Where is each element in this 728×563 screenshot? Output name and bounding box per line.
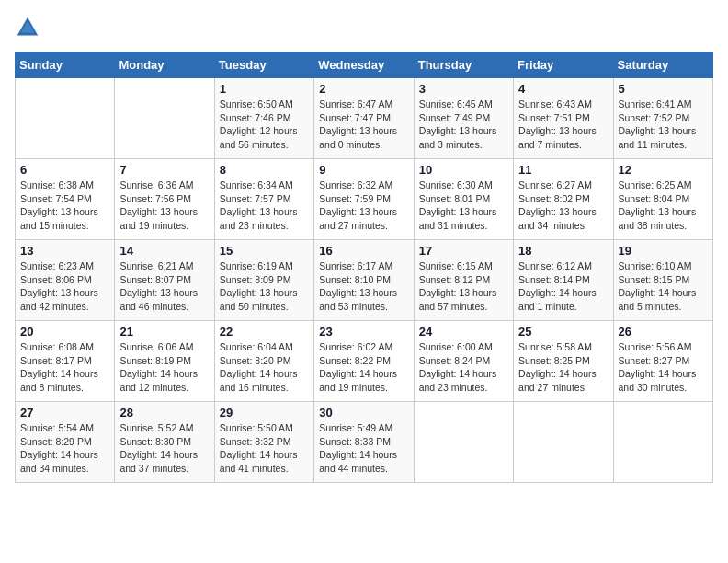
day-number: 21 — [119, 325, 209, 339]
day-number: 10 — [419, 163, 508, 177]
day-detail: Sunrise: 5:58 AM Sunset: 8:25 PM Dayligh… — [518, 340, 608, 395]
calendar-cell — [16, 78, 115, 159]
calendar-cell: 25Sunrise: 5:58 AM Sunset: 8:25 PM Dayli… — [514, 321, 613, 402]
day-number: 22 — [220, 325, 309, 339]
day-detail: Sunrise: 6:25 AM Sunset: 8:04 PM Dayligh… — [619, 178, 708, 233]
day-detail: Sunrise: 5:50 AM Sunset: 8:32 PM Dayligh… — [220, 421, 309, 476]
page-header — [15, 15, 713, 40]
calendar-cell: 7Sunrise: 6:36 AM Sunset: 7:56 PM Daylig… — [115, 159, 214, 240]
day-number: 14 — [119, 244, 209, 258]
calendar-cell: 27Sunrise: 5:54 AM Sunset: 8:29 PM Dayli… — [16, 402, 115, 483]
day-detail: Sunrise: 5:56 AM Sunset: 8:27 PM Dayligh… — [619, 340, 708, 395]
day-number: 8 — [220, 163, 309, 177]
calendar-cell: 13Sunrise: 6:23 AM Sunset: 8:06 PM Dayli… — [16, 240, 115, 321]
calendar-cell: 15Sunrise: 6:19 AM Sunset: 8:09 PM Dayli… — [214, 240, 313, 321]
day-detail: Sunrise: 6:00 AM Sunset: 8:24 PM Dayligh… — [419, 340, 508, 395]
calendar-cell: 24Sunrise: 6:00 AM Sunset: 8:24 PM Dayli… — [414, 321, 513, 402]
day-number: 15 — [220, 244, 309, 258]
calendar-cell: 1Sunrise: 6:50 AM Sunset: 7:46 PM Daylig… — [214, 78, 313, 159]
day-number: 1 — [220, 82, 309, 96]
calendar-cell: 30Sunrise: 5:49 AM Sunset: 8:33 PM Dayli… — [314, 402, 414, 483]
day-detail: Sunrise: 6:30 AM Sunset: 8:01 PM Dayligh… — [419, 178, 508, 233]
calendar-cell: 6Sunrise: 6:38 AM Sunset: 7:54 PM Daylig… — [16, 159, 115, 240]
day-detail: Sunrise: 6:36 AM Sunset: 7:56 PM Dayligh… — [119, 178, 209, 233]
day-number: 6 — [20, 163, 109, 177]
day-detail: Sunrise: 6:19 AM Sunset: 8:09 PM Dayligh… — [220, 259, 309, 314]
calendar-cell: 18Sunrise: 6:12 AM Sunset: 8:14 PM Dayli… — [514, 240, 613, 321]
calendar-week-row: 1Sunrise: 6:50 AM Sunset: 7:46 PM Daylig… — [16, 78, 713, 159]
day-detail: Sunrise: 6:32 AM Sunset: 7:59 PM Dayligh… — [319, 178, 408, 233]
logo — [15, 15, 44, 40]
day-detail: Sunrise: 6:12 AM Sunset: 8:14 PM Dayligh… — [518, 259, 608, 314]
day-number: 4 — [518, 82, 608, 96]
day-detail: Sunrise: 6:21 AM Sunset: 8:07 PM Dayligh… — [119, 259, 209, 314]
day-number: 28 — [119, 406, 209, 419]
calendar-cell — [514, 402, 613, 483]
day-detail: Sunrise: 6:04 AM Sunset: 8:20 PM Dayligh… — [220, 340, 309, 395]
day-number: 29 — [220, 406, 309, 419]
calendar-cell: 23Sunrise: 6:02 AM Sunset: 8:22 PM Dayli… — [314, 321, 414, 402]
calendar-cell: 26Sunrise: 5:56 AM Sunset: 8:27 PM Dayli… — [613, 321, 712, 402]
day-number: 18 — [518, 244, 608, 258]
calendar-cell — [115, 78, 214, 159]
day-detail: Sunrise: 6:41 AM Sunset: 7:52 PM Dayligh… — [619, 98, 708, 152]
calendar-cell: 20Sunrise: 6:08 AM Sunset: 8:17 PM Dayli… — [16, 321, 115, 402]
weekday-header-monday: Monday — [115, 52, 214, 78]
calendar-cell: 16Sunrise: 6:17 AM Sunset: 8:10 PM Dayli… — [314, 240, 414, 321]
weekday-header-thursday: Thursday — [414, 52, 513, 78]
day-number: 30 — [319, 406, 408, 419]
calendar-cell: 9Sunrise: 6:32 AM Sunset: 7:59 PM Daylig… — [314, 159, 414, 240]
day-number: 9 — [319, 163, 408, 177]
day-detail: Sunrise: 6:27 AM Sunset: 8:02 PM Dayligh… — [518, 178, 608, 233]
calendar-cell: 14Sunrise: 6:21 AM Sunset: 8:07 PM Dayli… — [115, 240, 214, 321]
calendar-cell: 19Sunrise: 6:10 AM Sunset: 8:15 PM Dayli… — [613, 240, 712, 321]
day-detail: Sunrise: 6:50 AM Sunset: 7:46 PM Dayligh… — [220, 98, 309, 152]
calendar-cell: 5Sunrise: 6:41 AM Sunset: 7:52 PM Daylig… — [613, 78, 712, 159]
day-detail: Sunrise: 6:02 AM Sunset: 8:22 PM Dayligh… — [319, 340, 408, 395]
day-number: 16 — [319, 244, 408, 258]
day-detail: Sunrise: 6:10 AM Sunset: 8:15 PM Dayligh… — [619, 259, 708, 314]
logo-icon — [15, 15, 40, 40]
calendar-table: SundayMondayTuesdayWednesdayThursdayFrid… — [15, 52, 713, 483]
weekday-header-friday: Friday — [514, 52, 613, 78]
calendar-cell: 11Sunrise: 6:27 AM Sunset: 8:02 PM Dayli… — [514, 159, 613, 240]
day-detail: Sunrise: 6:38 AM Sunset: 7:54 PM Dayligh… — [20, 178, 109, 233]
day-detail: Sunrise: 6:23 AM Sunset: 8:06 PM Dayligh… — [20, 259, 109, 314]
day-detail: Sunrise: 6:06 AM Sunset: 8:19 PM Dayligh… — [119, 340, 209, 395]
calendar-cell: 2Sunrise: 6:47 AM Sunset: 7:47 PM Daylig… — [314, 78, 414, 159]
day-number: 20 — [20, 325, 109, 339]
calendar-cell: 3Sunrise: 6:45 AM Sunset: 7:49 PM Daylig… — [414, 78, 513, 159]
day-number: 24 — [419, 325, 508, 339]
day-detail: Sunrise: 5:52 AM Sunset: 8:30 PM Dayligh… — [119, 421, 209, 476]
weekday-header-tuesday: Tuesday — [214, 52, 313, 78]
weekday-header-wednesday: Wednesday — [314, 52, 414, 78]
day-detail: Sunrise: 5:54 AM Sunset: 8:29 PM Dayligh… — [20, 421, 109, 476]
calendar-week-row: 6Sunrise: 6:38 AM Sunset: 7:54 PM Daylig… — [16, 159, 713, 240]
day-detail: Sunrise: 6:43 AM Sunset: 7:51 PM Dayligh… — [518, 98, 608, 152]
day-number: 12 — [619, 163, 708, 177]
day-number: 5 — [619, 82, 708, 96]
calendar-cell: 22Sunrise: 6:04 AM Sunset: 8:20 PM Dayli… — [214, 321, 313, 402]
day-detail: Sunrise: 6:47 AM Sunset: 7:47 PM Dayligh… — [319, 98, 408, 152]
day-detail: Sunrise: 6:45 AM Sunset: 7:49 PM Dayligh… — [419, 98, 508, 152]
day-detail: Sunrise: 6:15 AM Sunset: 8:12 PM Dayligh… — [419, 259, 508, 314]
calendar-cell: 12Sunrise: 6:25 AM Sunset: 8:04 PM Dayli… — [613, 159, 712, 240]
calendar-cell — [414, 402, 513, 483]
day-number: 13 — [20, 244, 109, 258]
day-number: 25 — [518, 325, 608, 339]
calendar-week-row: 13Sunrise: 6:23 AM Sunset: 8:06 PM Dayli… — [16, 240, 713, 321]
day-number: 19 — [619, 244, 708, 258]
day-number: 3 — [419, 82, 508, 96]
calendar-week-row: 20Sunrise: 6:08 AM Sunset: 8:17 PM Dayli… — [16, 321, 713, 402]
day-detail: Sunrise: 6:34 AM Sunset: 7:57 PM Dayligh… — [220, 178, 309, 233]
day-detail: Sunrise: 5:49 AM Sunset: 8:33 PM Dayligh… — [319, 421, 408, 476]
calendar-cell: 28Sunrise: 5:52 AM Sunset: 8:30 PM Dayli… — [115, 402, 214, 483]
calendar-cell: 4Sunrise: 6:43 AM Sunset: 7:51 PM Daylig… — [514, 78, 613, 159]
day-number: 23 — [319, 325, 408, 339]
day-number: 26 — [619, 325, 708, 339]
day-number: 2 — [319, 82, 408, 96]
weekday-header-saturday: Saturday — [613, 52, 712, 78]
calendar-cell: 8Sunrise: 6:34 AM Sunset: 7:57 PM Daylig… — [214, 159, 313, 240]
day-number: 27 — [20, 406, 109, 419]
day-number: 11 — [518, 163, 608, 177]
